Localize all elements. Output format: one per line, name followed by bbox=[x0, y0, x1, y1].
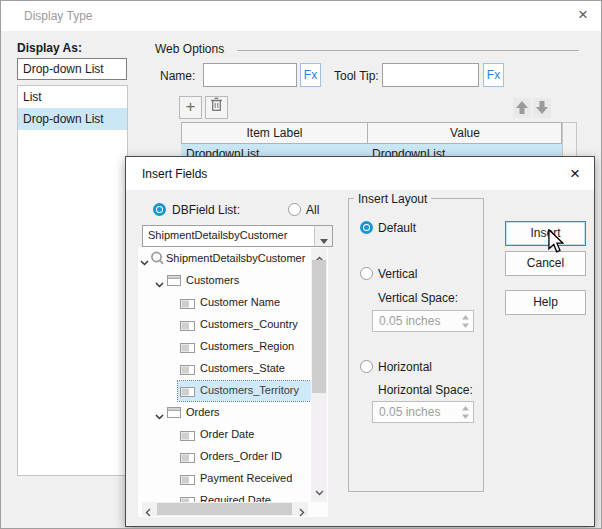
scroll-right-icon[interactable] bbox=[299, 506, 305, 520]
all-radio[interactable] bbox=[288, 203, 301, 216]
vertical-radio-label[interactable]: Vertical bbox=[378, 267, 417, 281]
plus-icon: + bbox=[186, 97, 196, 116]
field-icon bbox=[180, 298, 195, 312]
field-icon bbox=[180, 430, 195, 444]
tree-item-field[interactable]: Payment Received bbox=[138, 468, 311, 490]
insert-fields-dialog: Insert Fields × DBField List: All Shipme… bbox=[125, 156, 595, 527]
close-icon[interactable]: × bbox=[570, 164, 580, 184]
chevron-down-icon[interactable] bbox=[155, 277, 164, 291]
name-input[interactable] bbox=[203, 63, 297, 87]
move-up-button[interactable] bbox=[513, 98, 531, 118]
horizontal-radio-label[interactable]: Horizontal bbox=[378, 360, 432, 374]
tooltip-input[interactable] bbox=[382, 63, 479, 87]
horizontal-radio[interactable] bbox=[360, 360, 373, 373]
insert-button[interactable]: Insert bbox=[505, 221, 586, 246]
datasource-dropdown[interactable]: ShipmentDetailsbyCustomer bbox=[142, 225, 333, 247]
trash-icon bbox=[210, 101, 223, 115]
items-table-header: Item Label Value bbox=[181, 122, 562, 144]
add-item-button[interactable]: + bbox=[179, 96, 202, 119]
all-radio-label[interactable]: All bbox=[306, 203, 319, 217]
chevron-down-icon[interactable] bbox=[155, 409, 164, 423]
vertical-space-spinner[interactable]: 0.05 inches bbox=[372, 310, 474, 332]
horizontal-space-value: 0.05 inches bbox=[379, 405, 440, 419]
value-column-header[interactable]: Value bbox=[368, 123, 562, 143]
tree-item-root[interactable]: ShipmentDetailsbyCustomer bbox=[138, 248, 311, 270]
field-icon bbox=[180, 386, 195, 400]
dbfield-list-radio[interactable] bbox=[153, 203, 166, 216]
field-icon bbox=[180, 474, 195, 488]
web-options-label: Web Options bbox=[155, 42, 224, 56]
horizontal-space-label: Horizontal Space: bbox=[378, 383, 473, 397]
tree-item-customers[interactable]: Customers bbox=[138, 270, 311, 292]
tree-item-field[interactable]: Customers_State bbox=[138, 358, 311, 380]
field-icon bbox=[180, 320, 195, 334]
vertical-space-value: 0.05 inches bbox=[379, 314, 440, 328]
scrollbar-thumb[interactable] bbox=[157, 503, 292, 515]
display-type-title: Display Type bbox=[24, 9, 92, 23]
tree-item-orders[interactable]: Orders bbox=[138, 402, 311, 424]
spinner-arrows-icon[interactable] bbox=[462, 406, 469, 422]
arrow-down-icon bbox=[535, 104, 549, 118]
datasource-dropdown-value: ShipmentDetailsbyCustomer bbox=[148, 229, 287, 241]
dbfield-list-radio-label[interactable]: DBField List: bbox=[172, 203, 240, 217]
name-fx-button[interactable]: Fx bbox=[300, 63, 321, 87]
tooltip-fx-button[interactable]: Fx bbox=[483, 63, 504, 87]
table-icon bbox=[167, 407, 181, 421]
field-icon bbox=[180, 452, 195, 466]
scroll-down-icon[interactable] bbox=[315, 485, 324, 499]
insert-layout-group bbox=[348, 198, 484, 492]
tree-vertical-scrollbar[interactable] bbox=[311, 248, 327, 502]
horizontal-space-spinner[interactable]: 0.05 inches bbox=[372, 401, 474, 423]
default-radio[interactable] bbox=[360, 221, 373, 234]
move-down-button[interactable] bbox=[533, 98, 551, 118]
field-icon bbox=[180, 342, 195, 356]
tree-item-field[interactable]: Orders_Order ID bbox=[138, 446, 311, 468]
cancel-button[interactable]: Cancel bbox=[505, 251, 586, 276]
screen: Display Type × Display As: Drop-down Lis… bbox=[0, 0, 602, 529]
table-icon bbox=[167, 275, 181, 289]
help-button[interactable]: Help bbox=[505, 290, 586, 315]
item-label-column-header[interactable]: Item Label bbox=[182, 123, 368, 143]
tree-item-field[interactable]: Order Date bbox=[138, 424, 311, 446]
list-item[interactable]: List bbox=[18, 86, 127, 108]
spinner-arrows-icon[interactable] bbox=[462, 315, 469, 331]
insert-layout-label: Insert Layout bbox=[354, 192, 431, 206]
insert-fields-title: Insert Fields bbox=[142, 167, 207, 181]
vertical-radio[interactable] bbox=[360, 267, 373, 280]
mouse-cursor-icon bbox=[547, 229, 564, 257]
chevron-down-icon[interactable] bbox=[140, 255, 149, 269]
field-icon bbox=[180, 364, 195, 378]
delete-item-button[interactable] bbox=[205, 96, 228, 119]
arrow-up-icon bbox=[515, 104, 529, 118]
dropdown-arrow-icon[interactable] bbox=[314, 226, 332, 246]
scrollbar-thumb[interactable] bbox=[312, 260, 326, 393]
close-icon[interactable]: × bbox=[578, 5, 588, 25]
display-type-list: List Drop-down List bbox=[17, 85, 128, 476]
tree-item-field[interactable]: Customers_Country bbox=[138, 314, 311, 336]
tree-item-field-selected[interactable]: Customers_Territory bbox=[138, 380, 311, 402]
display-as-label: Display As: bbox=[17, 41, 82, 55]
query-icon bbox=[150, 251, 165, 269]
vertical-space-label: Vertical Space: bbox=[378, 291, 458, 305]
name-label: Name: bbox=[160, 69, 195, 83]
scroll-left-icon[interactable] bbox=[145, 506, 151, 520]
tree-horizontal-scrollbar[interactable] bbox=[142, 502, 308, 516]
tree-item-field[interactable]: Customer Name bbox=[138, 292, 311, 314]
default-radio-label[interactable]: Default bbox=[378, 221, 416, 235]
display-as-field[interactable]: Drop-down List bbox=[17, 58, 127, 80]
tooltip-label: Tool Tip: bbox=[334, 69, 379, 83]
tree-item-field[interactable]: Customers_Region bbox=[138, 336, 311, 358]
web-options-divider bbox=[237, 50, 579, 51]
list-item-selected[interactable]: Drop-down List bbox=[18, 108, 127, 130]
